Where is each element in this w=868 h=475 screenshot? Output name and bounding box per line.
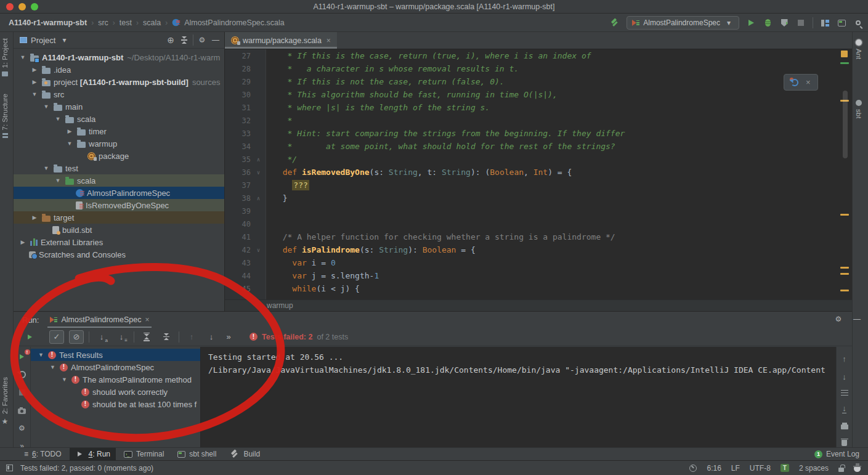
tree-collapsed-icon[interactable]: ▶: [30, 79, 39, 85]
run-configuration-select[interactable]: AlmostPalindromeSpec ▾: [627, 16, 739, 30]
build-icon[interactable]: [610, 18, 619, 27]
sort-by-duration-button[interactable]: ↓≡: [114, 330, 129, 344]
file-encoding[interactable]: UTF-8: [750, 464, 771, 473]
collapse-all-icon[interactable]: [179, 35, 189, 45]
code-line[interactable]: 31 * where |s| is the length of the stri…: [225, 101, 852, 114]
code-line[interactable]: 36∨ def isRemovedByOne(s: String, t: Str…: [225, 166, 852, 179]
stripe-mark-warning[interactable]: [840, 273, 849, 275]
tree-expanded-icon[interactable]: ▼: [54, 116, 62, 122]
stripe-mark-green[interactable]: [840, 62, 849, 64]
code-line[interactable]: 39: [225, 205, 852, 217]
code-line[interactable]: 40: [225, 217, 852, 230]
stripe-mark-warning[interactable]: [840, 214, 849, 216]
tree-row[interactable]: ▼main: [14, 100, 224, 113]
tree-expanded-icon[interactable]: ▼: [18, 54, 27, 60]
tab-size-badge[interactable]: T: [781, 464, 789, 472]
code-line[interactable]: 38∧ }: [225, 192, 852, 205]
code-line[interactable]: 29 * If this is not the case, return (fa…: [225, 75, 852, 88]
tree-expanded-icon[interactable]: ▼: [42, 165, 51, 171]
more-actions-icon[interactable]: »: [224, 330, 233, 344]
breadcrumb-item[interactable]: AlmostPalindromeSpec.scala: [184, 18, 285, 27]
tool-window-tab-sbt-shell[interactable]: sbt shell: [172, 448, 222, 461]
test-result-row[interactable]: ▼!Test Results: [31, 349, 200, 361]
close-window-button[interactable]: [6, 3, 14, 10]
scroll-to-end-icon[interactable]: ↓: [842, 404, 846, 413]
tool-window-tab-run[interactable]: 4: Run: [70, 448, 116, 461]
tree-row[interactable]: IsRemovedByOneSpec: [14, 199, 224, 211]
test-settings-gear-icon[interactable]: ⚙: [17, 423, 27, 433]
tree-row[interactable]: ▼scala: [14, 113, 224, 125]
editor-tab[interactable]: warmup/package.scala ×: [225, 32, 337, 49]
gear-icon[interactable]: ⚙: [197, 35, 207, 45]
tree-row[interactable]: ▼test: [14, 162, 224, 174]
tool-window-tab-todo[interactable]: ≡6: TODO: [18, 448, 67, 461]
minimize-window-button[interactable]: [18, 3, 26, 10]
show-ignored-toggle[interactable]: ⊘: [69, 330, 84, 344]
code-line[interactable]: 30 * This algorithm should be fast, runn…: [225, 88, 852, 101]
collapse-all-button[interactable]: [159, 330, 174, 344]
indent-setting[interactable]: 2 spaces: [799, 464, 829, 473]
tree-collapsed-icon[interactable]: ▶: [18, 239, 27, 245]
hide-run-panel-icon[interactable]: —: [852, 314, 862, 324]
tree-collapsed-icon[interactable]: ▶: [65, 128, 74, 134]
rerun-failed-tests-button[interactable]: !: [17, 352, 27, 362]
sbt-refresh-icon[interactable]: [791, 79, 798, 86]
code-line[interactable]: 41 /* A helper function for checking whe…: [225, 230, 852, 243]
tree-row[interactable]: ▶target: [14, 211, 224, 224]
highlighting-level-icon[interactable]: [854, 465, 861, 472]
breadcrumb-item[interactable]: scala: [143, 18, 161, 27]
print-icon[interactable]: [841, 424, 848, 429]
status-message[interactable]: Tests failed: 2, passed: 0 (moments ago): [20, 464, 153, 473]
code-line[interactable]: 32 *: [225, 114, 852, 127]
code-line[interactable]: 27 * If this is the case, return (true, …: [225, 49, 852, 62]
fold-marker-icon[interactable]: ∨: [251, 169, 266, 176]
tree-expanded-icon[interactable]: ▼: [49, 364, 57, 370]
breadcrumb-item[interactable]: A1140-r1-warmup-sbt: [9, 18, 87, 27]
run-tab[interactable]: AlmostPalindromeSpec ×: [47, 312, 152, 328]
tool-window-icon[interactable]: [838, 20, 846, 26]
tree-row[interactable]: ▼src: [14, 88, 224, 100]
tree-expanded-icon[interactable]: ▼: [65, 140, 74, 147]
clear-all-icon[interactable]: [842, 440, 847, 446]
line-separator[interactable]: LF: [731, 464, 740, 473]
tool-window-tab-terminal[interactable]: ›_Terminal: [118, 448, 169, 461]
tree-row[interactable]: ▼scala: [14, 174, 224, 187]
code-line[interactable]: 28 * a character in s whose removal resu…: [225, 62, 852, 75]
code-editor[interactable]: 27 * If this is the case, return (true, …: [225, 49, 852, 299]
breadcrumb-item[interactable]: src: [98, 18, 108, 27]
code-line[interactable]: 37 ???: [225, 179, 852, 192]
soft-wrap-icon[interactable]: [841, 390, 848, 396]
debug-button[interactable]: [765, 19, 771, 26]
run-console[interactable]: Testing started at 20.56 .../Library/Jav…: [200, 347, 836, 447]
caret-position[interactable]: 6:16: [707, 464, 721, 473]
code-line[interactable]: 34 * at some point, what should hold for…: [225, 140, 852, 153]
tree-row[interactable]: ▶project [A1140-r1-warmup-sbt-build]sour…: [14, 76, 224, 88]
fold-marker-icon[interactable]: ∨: [251, 247, 266, 253]
sidebar-item-project[interactable]: 1: Project: [1, 38, 9, 76]
background-tasks-icon[interactable]: [689, 465, 697, 472]
tree-row[interactable]: ▼A1140-r1-warmup-sbt~/Desktop/A1140-r1-w…: [14, 51, 224, 63]
project-structure-icon[interactable]: [821, 20, 829, 26]
tree-expanded-icon[interactable]: ▼: [37, 352, 45, 358]
code-line[interactable]: 42∨ def isPalindrome(s: String): Boolean…: [225, 243, 852, 256]
test-result-row[interactable]: ▼!AlmostPalindromeSpec: [31, 361, 200, 373]
code-line[interactable]: 44 var j = s.length-1: [225, 269, 852, 282]
tree-row[interactable]: ▶External Libraries: [14, 236, 224, 248]
fold-marker-icon[interactable]: ∧: [251, 195, 266, 201]
close-tab-icon[interactable]: ×: [327, 36, 331, 45]
locate-file-icon[interactable]: ⊕: [166, 35, 176, 45]
hide-panel-icon[interactable]: —: [211, 35, 221, 45]
stripe-mark-warning[interactable]: [840, 290, 849, 291]
test-history-snapshot-icon[interactable]: [17, 405, 27, 415]
tree-row[interactable]: build.sbt: [14, 224, 224, 236]
close-popup-icon[interactable]: ×: [806, 78, 811, 87]
test-result-row[interactable]: ▼!The almostPalindrome method: [31, 373, 200, 386]
tree-row[interactable]: AlmostPalindromeSpec: [14, 187, 224, 199]
run-button[interactable]: [748, 20, 754, 26]
run-with-coverage-button[interactable]: [781, 19, 788, 26]
tree-expanded-icon[interactable]: ▼: [42, 104, 51, 110]
tree-expanded-icon[interactable]: ▼: [54, 177, 62, 184]
sidebar-item-sbt[interactable]: sbt: [855, 100, 862, 118]
code-line[interactable]: 45 while(i < j) {: [225, 282, 852, 295]
tree-collapsed-icon[interactable]: ▶: [30, 214, 39, 221]
